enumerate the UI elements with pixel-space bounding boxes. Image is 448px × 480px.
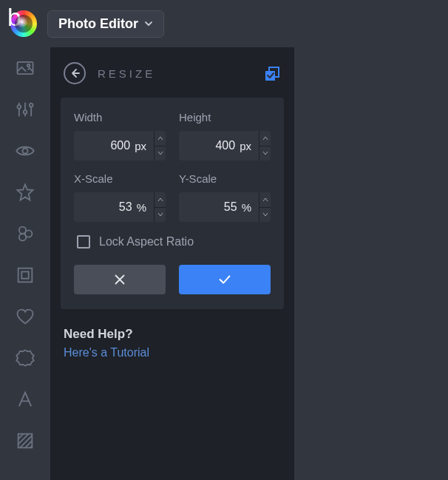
resize-panel: RESIZE Width 600 px (50, 47, 294, 480)
width-input[interactable]: 600 px (74, 131, 166, 160)
xscale-step-up[interactable] (155, 192, 166, 208)
xscale-label: X-Scale (74, 172, 166, 185)
sliders-icon[interactable] (15, 99, 35, 120)
svg-rect-13 (265, 71, 275, 81)
xscale-step-down[interactable] (155, 208, 166, 223)
svg-rect-0 (18, 62, 33, 74)
lock-aspect-label: Lock Aspect Ratio (99, 235, 194, 249)
text-icon[interactable] (15, 389, 35, 410)
app-switcher[interactable]: Photo Editor (47, 10, 164, 38)
yscale-step-up[interactable] (259, 192, 271, 208)
height-step-up[interactable] (259, 131, 271, 146)
svg-point-1 (27, 64, 30, 67)
app-header: b Photo Editor (0, 0, 448, 47)
tool-rail (0, 47, 50, 480)
help-title: Need Help? (64, 327, 281, 342)
app-logo: b (10, 10, 37, 37)
svg-point-3 (24, 110, 27, 114)
panel-title: RESIZE (98, 67, 251, 80)
yscale-step-down[interactable] (259, 208, 271, 223)
canvas-area (294, 47, 448, 480)
svg-point-8 (19, 234, 26, 240)
lock-aspect-checkbox[interactable] (77, 235, 90, 249)
eye-icon[interactable] (15, 141, 35, 161)
width-step-down[interactable] (155, 146, 166, 161)
cancel-button[interactable] (74, 265, 166, 294)
height-label: Height (179, 111, 271, 124)
svg-rect-11 (18, 434, 33, 448)
check-icon (217, 271, 233, 288)
chevron-down-icon (144, 19, 153, 28)
circles-icon[interactable] (15, 223, 35, 244)
compare-icon[interactable] (263, 64, 281, 82)
svg-rect-9 (18, 268, 33, 283)
help-tutorial-link[interactable]: Here's a Tutorial (64, 346, 281, 359)
yscale-label: Y-Scale (179, 172, 271, 185)
badge-icon[interactable] (15, 348, 35, 368)
texture-icon[interactable] (15, 430, 35, 451)
app-title: Photo Editor (58, 16, 138, 32)
svg-point-2 (18, 105, 21, 109)
yscale-input[interactable]: 55 % (179, 192, 271, 222)
xscale-input[interactable]: 53 % (74, 192, 166, 222)
image-icon[interactable] (15, 58, 35, 78)
heart-icon[interactable] (15, 306, 35, 327)
close-icon (112, 271, 128, 288)
height-input[interactable]: 400 px (179, 131, 271, 160)
height-step-down[interactable] (259, 146, 271, 161)
confirm-button[interactable] (179, 265, 271, 294)
star-icon[interactable] (15, 182, 35, 203)
width-step-up[interactable] (155, 131, 166, 146)
svg-rect-10 (21, 271, 28, 278)
width-label: Width (74, 111, 166, 124)
svg-point-4 (30, 104, 33, 107)
svg-point-5 (23, 149, 28, 154)
back-button[interactable] (64, 62, 86, 84)
frame-icon[interactable] (15, 265, 35, 285)
